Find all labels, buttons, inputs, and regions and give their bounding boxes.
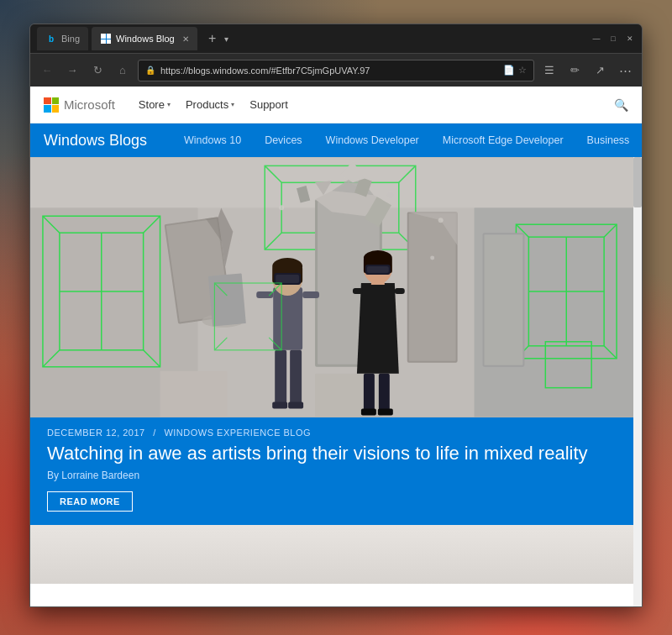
reader-mode-icon[interactable]: 📄 bbox=[503, 65, 515, 76]
new-tab-button[interactable]: + bbox=[204, 31, 221, 46]
scrollbar-thumb[interactable] bbox=[633, 157, 642, 207]
ms-nav: Store ▾ Products ▾ Support bbox=[132, 95, 597, 114]
ms-logo-grid bbox=[44, 97, 59, 113]
more-icon[interactable]: ⋯ bbox=[615, 60, 635, 81]
svg-rect-50 bbox=[273, 287, 302, 350]
products-chevron-icon: ▾ bbox=[231, 101, 234, 108]
blog-nav-edge-developer[interactable]: Microsoft Edge Developer bbox=[431, 123, 575, 157]
tab-bing[interactable]: b Bing bbox=[37, 27, 88, 50]
ms-topbar: Microsoft Store ▾ Products ▾ Support 🔍 bbox=[30, 87, 642, 123]
blog-nav: Windows Blogs Windows 10 Devices Windows… bbox=[30, 123, 642, 157]
close-button[interactable]: ✕ bbox=[625, 34, 635, 44]
svg-point-75 bbox=[279, 205, 284, 210]
ms-search-icon[interactable]: 🔍 bbox=[614, 98, 628, 112]
nav-right-icons: ☰ ✏ ↗ ⋯ bbox=[539, 60, 635, 81]
blog-nav-title[interactable]: Windows Blogs bbox=[44, 132, 147, 150]
svg-rect-51 bbox=[256, 291, 273, 298]
svg-rect-61 bbox=[276, 275, 299, 283]
tab-close-button[interactable]: ✕ bbox=[182, 34, 189, 44]
next-article-preview bbox=[30, 525, 642, 584]
svg-rect-54 bbox=[290, 350, 302, 405]
address-bar[interactable]: 🔒 https://blogs.windows.com/#Etfbr7C5jmG… bbox=[138, 60, 534, 81]
hub-icon[interactable]: ☰ bbox=[539, 60, 559, 81]
windows-tab-favicon bbox=[100, 33, 112, 45]
svg-point-77 bbox=[438, 218, 444, 223]
svg-rect-64 bbox=[395, 288, 405, 294]
webpage-inner: DECEMBER 12, 2017 / Windows Experience B… bbox=[30, 157, 642, 584]
hero-date: DECEMBER 12, 2017 bbox=[47, 428, 145, 438]
microsoft-logo[interactable]: Microsoft bbox=[44, 97, 115, 113]
hero-image bbox=[30, 157, 642, 417]
svg-point-79 bbox=[430, 256, 434, 260]
webpage: Microsoft Store ▾ Products ▾ Support 🔍 W… bbox=[30, 87, 642, 606]
maximize-button[interactable]: □ bbox=[608, 34, 618, 44]
scrollbar-track[interactable] bbox=[633, 157, 642, 606]
title-bar: b Bing Windows Blog ✕ + ▾ — □ bbox=[30, 24, 642, 53]
meta-separator: / bbox=[153, 428, 156, 438]
windows-blog-tab-label: Windows Blog bbox=[116, 34, 175, 44]
address-bar-actions: 📄 ☆ bbox=[503, 65, 527, 76]
share-icon[interactable]: ↗ bbox=[590, 60, 610, 81]
favorites-icon[interactable]: ☆ bbox=[518, 65, 527, 76]
url-text: https://blogs.windows.com/#Etfbr7C5jmGpU… bbox=[160, 66, 498, 76]
read-more-button[interactable]: READ MORE bbox=[47, 491, 133, 512]
refresh-button[interactable]: ↻ bbox=[87, 60, 108, 81]
svg-rect-65 bbox=[364, 374, 375, 412]
tab-dropdown-button[interactable]: ▾ bbox=[224, 34, 228, 44]
window-controls: — □ ✕ bbox=[591, 34, 635, 44]
tab-strip: b Bing Windows Blog ✕ + ▾ bbox=[37, 27, 228, 50]
hero-author: By Lorraine Bardeen bbox=[47, 470, 625, 481]
ms-nav-support[interactable]: Support bbox=[243, 95, 295, 114]
home-button[interactable]: ⌂ bbox=[113, 60, 133, 81]
hero-meta: DECEMBER 12, 2017 / Windows Experience B… bbox=[47, 428, 625, 438]
ms-nav-store[interactable]: Store ▾ bbox=[132, 95, 177, 114]
ms-logo-text: Microsoft bbox=[64, 97, 115, 112]
svg-rect-56 bbox=[288, 402, 303, 409]
svg-point-76 bbox=[387, 192, 394, 198]
hero-section: DECEMBER 12, 2017 / Windows Experience B… bbox=[30, 157, 642, 606]
blog-nav-windows10[interactable]: Windows 10 bbox=[172, 123, 253, 157]
svg-point-78 bbox=[238, 239, 241, 243]
bing-tab-favicon: b bbox=[45, 33, 57, 45]
blog-nav-devices[interactable]: Devices bbox=[253, 123, 313, 157]
bing-tab-label: Bing bbox=[61, 34, 80, 44]
svg-rect-44 bbox=[409, 213, 456, 361]
blog-nav-business[interactable]: Business bbox=[575, 123, 642, 157]
hero-title[interactable]: Watching in awe as artists bring their v… bbox=[47, 443, 625, 464]
svg-rect-74 bbox=[367, 266, 389, 273]
svg-rect-63 bbox=[353, 288, 363, 294]
minimize-button[interactable]: — bbox=[591, 34, 601, 44]
svg-rect-68 bbox=[378, 409, 393, 416]
back-button[interactable]: ← bbox=[37, 60, 57, 81]
hero-category: Windows Experience Blog bbox=[164, 428, 311, 438]
hero-svg bbox=[30, 157, 642, 417]
notes-icon[interactable]: ✏ bbox=[564, 60, 585, 81]
svg-rect-33 bbox=[208, 273, 246, 326]
blog-nav-windows-developer[interactable]: Windows Developer bbox=[314, 123, 431, 157]
svg-marker-62 bbox=[357, 283, 399, 374]
svg-rect-55 bbox=[272, 402, 287, 409]
svg-rect-53 bbox=[275, 350, 286, 405]
svg-rect-47 bbox=[485, 234, 523, 365]
tab-windows-blog[interactable]: Windows Blog ✕ bbox=[92, 27, 197, 50]
lock-icon: 🔒 bbox=[145, 66, 155, 75]
browser-window: b Bing Windows Blog ✕ + ▾ — □ bbox=[29, 24, 643, 607]
forward-button[interactable]: → bbox=[62, 60, 82, 81]
svg-rect-67 bbox=[361, 409, 376, 416]
svg-rect-48 bbox=[160, 371, 228, 417]
hero-caption: DECEMBER 12, 2017 / Windows Experience B… bbox=[30, 417, 642, 525]
svg-rect-66 bbox=[379, 374, 390, 412]
nav-bar: ← → ↻ ⌂ 🔒 https://blogs.windows.com/#Etf… bbox=[30, 53, 642, 87]
svg-rect-52 bbox=[302, 291, 319, 298]
store-chevron-icon: ▾ bbox=[167, 101, 171, 108]
ms-nav-products[interactable]: Products ▾ bbox=[179, 95, 241, 114]
